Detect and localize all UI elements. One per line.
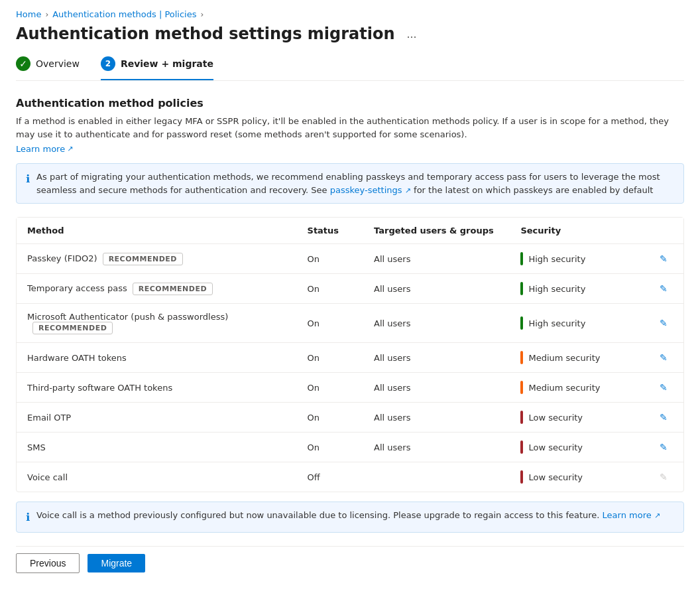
method-name-0: Passkey (FIDO2) <box>27 253 97 263</box>
cell-method-1: Temporary access passRECOMMENDED <box>17 274 297 304</box>
methods-table-container: Method Status Targeted users & groups Se… <box>16 217 684 492</box>
page-title: Authentication method settings migration <box>16 25 395 43</box>
method-name-5: Email OTP <box>27 413 71 423</box>
learn-more-link[interactable]: Learn more ↗ <box>16 144 73 154</box>
table-row: Temporary access passRECOMMENDEDOnAll us… <box>17 274 683 304</box>
col-header-action <box>644 218 683 244</box>
col-header-status: Status <box>297 218 364 244</box>
cell-method-0: Passkey (FIDO2)RECOMMENDED <box>17 244 297 274</box>
cell-status-6: On <box>297 433 364 462</box>
security-bar-0 <box>520 252 523 265</box>
security-bar-1 <box>520 282 523 295</box>
step-review-circle: 2 <box>101 56 115 71</box>
security-bar-5 <box>520 411 523 424</box>
previous-button[interactable]: Previous <box>16 553 80 573</box>
cell-action-3: ✎ <box>644 343 683 373</box>
col-header-security: Security <box>510 218 643 244</box>
breadcrumb-section[interactable]: Authentication methods | Policies <box>52 9 196 19</box>
cell-status-4: On <box>297 373 364 403</box>
cell-action-2: ✎ <box>644 304 683 343</box>
security-label-1: High security <box>528 284 585 294</box>
cell-users-7 <box>363 462 510 492</box>
breadcrumb-sep1: › <box>45 10 48 19</box>
security-label-7: Low security <box>528 472 583 482</box>
security-label-5: Low security <box>528 413 583 423</box>
cell-action-0: ✎ <box>644 244 683 274</box>
cell-users-6: All users <box>363 433 510 462</box>
cell-security-7: Low security <box>510 462 643 492</box>
step-overview[interactable]: ✓ Overview <box>16 56 80 80</box>
warning-learn-more-link[interactable]: Learn more ↗ <box>603 510 661 520</box>
cell-action-4: ✎ <box>644 373 683 403</box>
learn-more-text: Learn more <box>16 144 65 154</box>
cell-security-1: High security <box>510 274 643 304</box>
edit-button-3[interactable]: ✎ <box>657 351 670 364</box>
cell-status-2: On <box>297 304 364 343</box>
edit-button-2[interactable]: ✎ <box>657 316 670 330</box>
security-label-2: High security <box>528 318 585 328</box>
passkey-external-icon: ↗ <box>405 186 411 195</box>
security-label-0: High security <box>528 254 585 264</box>
migrate-button[interactable]: Migrate <box>88 554 145 572</box>
security-bar-7 <box>520 470 523 484</box>
method-name-2: Microsoft Authenticator (push & password… <box>27 312 228 322</box>
cell-method-7: Voice call <box>17 462 297 492</box>
cell-method-6: SMS <box>17 433 297 462</box>
cell-users-3: All users <box>363 343 510 373</box>
methods-table: Method Status Targeted users & groups Se… <box>17 218 683 492</box>
edit-button-5[interactable]: ✎ <box>657 411 670 424</box>
cell-action-7: ✎ <box>644 462 683 492</box>
method-badge-0: RECOMMENDED <box>103 253 183 265</box>
ellipsis-button[interactable]: ... <box>403 26 421 42</box>
table-row: Microsoft Authenticator (push & password… <box>17 304 683 343</box>
info-banner: ℹ As part of migrating your authenticati… <box>16 163 684 204</box>
edit-button-0[interactable]: ✎ <box>657 252 670 265</box>
method-badge-2: RECOMMENDED <box>32 322 113 334</box>
table-row: Hardware OATH tokensOnAll usersMedium se… <box>17 343 683 373</box>
footer-buttons: Previous Migrate <box>16 546 684 573</box>
warning-info-icon: ℹ <box>26 509 30 525</box>
cell-action-1: ✎ <box>644 274 683 304</box>
method-badge-1: RECOMMENDED <box>133 283 213 295</box>
step-review[interactable]: 2 Review + migrate <box>101 56 213 80</box>
method-name-7: Voice call <box>27 472 68 482</box>
table-header-row: Method Status Targeted users & groups Se… <box>17 218 683 244</box>
col-header-users: Targeted users & groups <box>363 218 510 244</box>
cell-method-2: Microsoft Authenticator (push & password… <box>17 304 297 343</box>
cell-users-2: All users <box>363 304 510 343</box>
cell-security-4: Medium security <box>510 373 643 403</box>
step-overview-label: Overview <box>36 58 80 69</box>
breadcrumb-home[interactable]: Home <box>16 9 41 19</box>
breadcrumb-sep2: › <box>200 10 204 19</box>
security-bar-4 <box>520 381 523 394</box>
table-row: Passkey (FIDO2)RECOMMENDEDOnAll usersHig… <box>17 244 683 274</box>
table-row: Email OTPOnAll usersLow security✎ <box>17 403 683 433</box>
steps-row: ✓ Overview 2 Review + migrate <box>16 56 684 81</box>
cell-status-5: On <box>297 403 364 433</box>
cell-method-4: Third-party software OATH tokens <box>17 373 297 403</box>
cell-security-6: Low security <box>510 433 643 462</box>
table-row: Voice callOffLow security✎ <box>17 462 683 492</box>
cell-action-6: ✎ <box>644 433 683 462</box>
security-bar-3 <box>520 351 523 364</box>
page-title-row: Authentication method settings migration… <box>16 25 684 43</box>
cell-status-3: On <box>297 343 364 373</box>
warning-text: Voice call is a method previously config… <box>36 510 599 520</box>
cell-status-0: On <box>297 244 364 274</box>
step-overview-circle: ✓ <box>16 56 30 71</box>
cell-method-3: Hardware OATH tokens <box>17 343 297 373</box>
section-description: If a method is enabled in either legacy … <box>16 115 684 141</box>
warning-external-icon: ↗ <box>654 511 660 520</box>
edit-button-4[interactable]: ✎ <box>657 381 670 394</box>
security-bar-2 <box>520 316 523 330</box>
edit-button-6[interactable]: ✎ <box>657 440 670 454</box>
passkey-settings-link[interactable]: passkey-settings ↗ <box>330 185 414 195</box>
method-name-3: Hardware OATH tokens <box>27 353 127 363</box>
cell-security-2: High security <box>510 304 643 343</box>
step-review-label: Review + migrate <box>121 58 213 69</box>
edit-button-7: ✎ <box>657 470 670 484</box>
external-icon: ↗ <box>67 145 73 153</box>
table-row: SMSOnAll usersLow security✎ <box>17 433 683 462</box>
cell-method-5: Email OTP <box>17 403 297 433</box>
edit-button-1[interactable]: ✎ <box>657 282 670 295</box>
